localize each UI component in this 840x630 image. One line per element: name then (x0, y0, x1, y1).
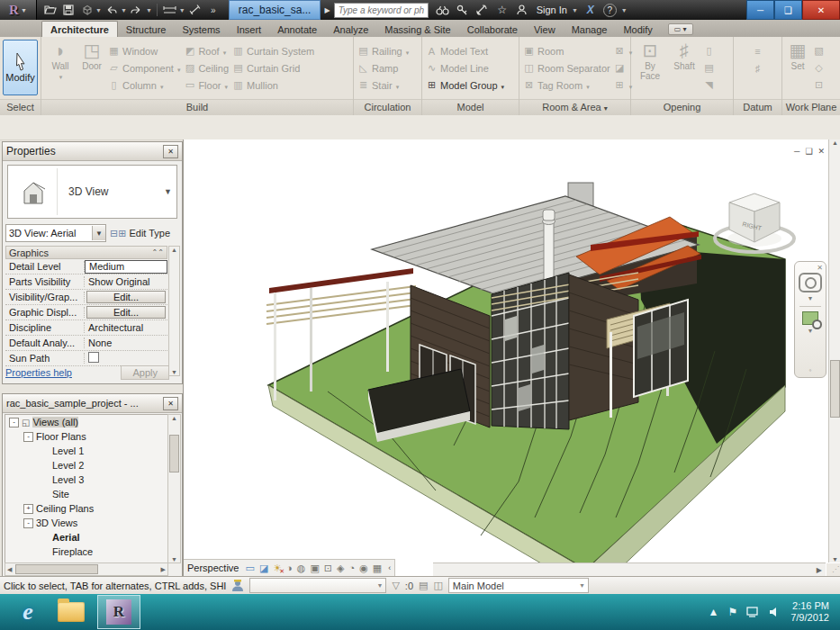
component-button[interactable]: ▱Component (108, 60, 180, 76)
properties-scrollbar[interactable]: ▲▼ (168, 246, 180, 376)
help-icon[interactable]: ? (603, 4, 617, 17)
subscription-key-icon[interactable] (456, 3, 470, 17)
tab-manage[interactable]: Manage (564, 22, 616, 37)
tab-structure[interactable]: Structure (118, 22, 175, 37)
aligned-dimension-icon[interactable] (187, 3, 203, 17)
wall-button[interactable]: ◗Wall (45, 40, 76, 95)
worksets-combo[interactable]: ▼ (249, 578, 386, 593)
sign-in-person-icon[interactable] (515, 3, 529, 17)
stair-button[interactable]: ≣Stair (357, 77, 409, 93)
internet-explorer-icon[interactable]: e (13, 598, 43, 626)
undo-icon[interactable] (104, 3, 120, 17)
column-button[interactable]: ▯Column (108, 77, 180, 93)
tree-item-site[interactable]: Site (5, 487, 167, 501)
apply-button[interactable]: Apply (121, 365, 169, 380)
drawing-area[interactable]: ─ ❑ ✕ RIGHT ✕ ▼ ▼ ◦ ▲ ▼ (183, 140, 840, 576)
ribbon-display-toggle[interactable]: ▭ ▾ (668, 23, 693, 35)
mullion-button[interactable]: ▥Mullion (232, 77, 314, 93)
measure-icon[interactable] (162, 3, 178, 17)
ref-plane-button[interactable]: ◇ (813, 60, 825, 76)
navigation-bar[interactable]: ✕ ▼ ▼ ◦ (794, 261, 826, 378)
zoom-region-icon[interactable] (802, 311, 818, 325)
design-options-icon[interactable]: ▤ (419, 580, 428, 591)
view-close-icon[interactable]: ✕ (817, 147, 825, 156)
sign-in-label[interactable]: Sign In (537, 4, 567, 15)
view-scale-label[interactable]: Perspective (187, 562, 239, 573)
tab-modify[interactable]: Modify (615, 22, 660, 37)
panel-label-circulation[interactable]: Circulation (354, 99, 421, 115)
ramp-button[interactable]: ◺Ramp (357, 60, 409, 76)
canvas-vertical-scrollbar[interactable]: ▲ ▼ (828, 140, 840, 562)
tab-collaborate[interactable]: Collaborate (459, 22, 526, 37)
temporary-hide-icon[interactable]: ◔ (349, 562, 356, 573)
communication-center-icon[interactable] (475, 3, 490, 17)
model-group-button[interactable]: ⊞Model Group (426, 77, 504, 93)
tree-item-level-3[interactable]: Level 3 (5, 472, 167, 487)
navbar-options-icon[interactable]: ◦ (809, 366, 812, 374)
view-minimize-icon[interactable]: ─ (794, 147, 799, 156)
grid-button[interactable]: ♯ (752, 60, 763, 76)
model-text-button[interactable]: AModel Text (426, 43, 504, 58)
worksharing-display-icon[interactable]: ▦ (373, 562, 382, 574)
application-menu-button[interactable]: R ▼ (0, 0, 37, 20)
curtain-grid-button[interactable]: ▤Curtain Grid (232, 60, 314, 76)
type-selector[interactable]: 3D View ▼ (7, 165, 177, 219)
set-work-plane-button[interactable]: ▦Set (786, 40, 809, 95)
vertical-opening-button[interactable]: ▤ (703, 60, 715, 76)
floor-button[interactable]: ▭Floor (184, 77, 229, 93)
panel-label-opening[interactable]: Opening (631, 99, 733, 115)
action-center-flag-icon[interactable]: ⚑ (727, 606, 737, 618)
reveal-hidden-icon[interactable]: ◉ (359, 562, 368, 574)
navbar-close-icon[interactable]: ✕ (817, 264, 823, 272)
door-button[interactable]: ◳Door (79, 40, 104, 95)
tag-area-button[interactable]: ⊞ (614, 77, 633, 93)
minimize-button[interactable]: ─ (746, 0, 774, 20)
taskbar-clock[interactable]: 2:16 PM 7/9/2012 (790, 600, 829, 624)
area-boundary-button[interactable]: ◪ (614, 60, 633, 76)
file-explorer-icon[interactable] (56, 598, 86, 626)
room-button[interactable]: ▣Room (523, 43, 610, 58)
section-collapse-icon[interactable]: ⌃⌃ (152, 248, 164, 256)
sync-caret-icon[interactable]: ▼ (95, 7, 102, 14)
resize-grip[interactable]: ⋰ (826, 563, 840, 576)
design-options-combo[interactable]: Main Model ▼ (448, 578, 589, 593)
shaft-button[interactable]: ♯Shaft (669, 40, 700, 95)
filter-icon[interactable]: ▽ (392, 580, 399, 591)
tab-massing-site[interactable]: Massing & Site (376, 22, 458, 37)
steering-wheel-icon[interactable] (799, 273, 822, 292)
infocenter-search-input[interactable] (334, 3, 429, 18)
window-button[interactable]: ▦Window (108, 43, 180, 58)
tab-systems[interactable]: Systems (174, 22, 228, 37)
worksets-person-icon[interactable] (231, 580, 244, 592)
search-binoculars-icon[interactable] (436, 3, 450, 17)
visual-style-icon[interactable]: ◪ (259, 562, 268, 574)
sun-path-icon[interactable]: ☀ (273, 562, 282, 574)
opening-by-face-button[interactable]: ⊡By Face (635, 40, 665, 95)
redo-icon[interactable] (129, 3, 145, 17)
wheel-caret-icon[interactable]: ▼ (808, 295, 814, 302)
modify-button[interactable]: Modify (3, 40, 38, 95)
area-button[interactable]: ⊠ (614, 43, 633, 58)
project-browser-header[interactable]: rac_basic_sample_project - ... ✕ (3, 394, 182, 413)
measure-caret-icon[interactable]: ▼ (179, 7, 185, 14)
dormer-opening-button[interactable]: ◥ (703, 77, 715, 93)
help-caret-icon[interactable]: ▼ (621, 7, 628, 14)
tree-item-ceiling-plans[interactable]: +Ceiling Plans (5, 501, 167, 516)
tag-room-button[interactable]: ⊠Tag Room (523, 77, 610, 93)
panel-label-model[interactable]: Model (422, 99, 519, 115)
properties-close-icon[interactable]: ✕ (163, 145, 178, 158)
model-line-button[interactable]: ∿Model Line (426, 60, 504, 76)
zoom-caret-icon[interactable]: ▼ (808, 328, 814, 334)
property-row[interactable]: Graphic Displ...Edit... (5, 305, 167, 320)
network-icon[interactable] (746, 607, 760, 617)
roof-button[interactable]: ◩Roof (184, 43, 229, 58)
sign-in-caret-icon[interactable]: ▼ (572, 7, 578, 14)
panel-label-datum[interactable]: Datum (734, 99, 781, 115)
property-row[interactable]: Detail LevelMedium (5, 259, 167, 274)
qat-expand-icon[interactable]: » (205, 3, 221, 17)
railing-button[interactable]: ▤Railing (357, 43, 409, 58)
tree-item-3d-views[interactable]: -3D Views (5, 516, 167, 530)
room-separator-button[interactable]: ◫Room Separator (523, 60, 610, 76)
exchange-apps-icon[interactable]: X (583, 3, 598, 17)
property-row[interactable]: Visibility/Grap...Edit... (5, 290, 167, 305)
